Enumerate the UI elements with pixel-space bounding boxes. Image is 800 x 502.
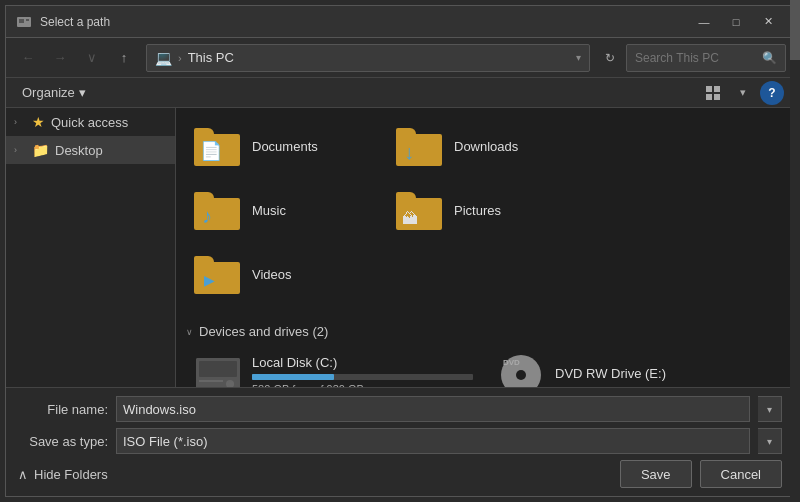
nav-toolbar: ← → ∨ ↑ 💻 › This PC ▾ ↻ 🔍 <box>6 38 794 78</box>
title-bar: Select a path — □ ✕ <box>6 6 794 38</box>
folder-name: Pictures <box>454 203 501 218</box>
drive-name: Local Disk (C:) <box>252 355 473 370</box>
chevron-icon: › <box>14 145 26 155</box>
view-icons: ▾ ? <box>700 81 784 105</box>
svg-rect-7 <box>196 358 240 387</box>
folder-icon-videos <box>194 254 242 294</box>
list-item[interactable]: Videos <box>186 246 380 302</box>
svg-point-12 <box>516 370 526 380</box>
close-button[interactable]: ✕ <box>752 6 784 38</box>
sidebar-item-label: Desktop <box>55 143 103 158</box>
devices-section-header[interactable]: ∨ Devices and drives (2) <box>186 318 784 347</box>
organize-toolbar: Organize ▾ ▾ ? <box>6 78 794 108</box>
folder-icon-downloads <box>396 126 444 166</box>
chevron-icon: › <box>14 117 26 127</box>
save-type-input[interactable] <box>116 428 750 454</box>
folder-icon-pictures <box>396 190 444 230</box>
list-item[interactable]: Pictures <box>388 182 582 238</box>
save-type-row: Save as type: ▾ <box>18 428 782 454</box>
forward-button[interactable]: → <box>46 44 74 72</box>
svg-rect-4 <box>714 86 720 92</box>
drive-usage-bar <box>252 374 473 380</box>
address-path: This PC <box>188 50 234 65</box>
dialog-window: Select a path — □ ✕ ← → ∨ ↑ 💻 › This PC … <box>5 5 795 497</box>
sidebar: › ★ Quick access › 📁 Desktop <box>6 108 176 387</box>
save-type-dropdown-icon[interactable]: ▾ <box>758 428 782 454</box>
dialog-title: Select a path <box>40 15 110 29</box>
hide-folders-chevron-icon: ∧ <box>18 467 28 482</box>
search-input[interactable] <box>635 51 756 65</box>
bottom-actions: ∧ Hide Folders Save Cancel <box>18 460 782 488</box>
view-arrow-icon[interactable]: ▾ <box>730 81 756 105</box>
svg-rect-1 <box>19 19 24 23</box>
save-type-label: Save as type: <box>18 434 108 449</box>
folder-name: Videos <box>252 267 292 282</box>
file-name-input[interactable] <box>116 396 750 422</box>
title-bar-buttons: — □ ✕ <box>688 6 784 38</box>
sidebar-item-quick-access[interactable]: › ★ Quick access <box>6 108 175 136</box>
folder-icon: 📁 <box>32 142 49 158</box>
sidebar-item-label: Quick access <box>51 115 128 130</box>
folder-name: Documents <box>252 139 318 154</box>
drive-info: Local Disk (C:) 582 GB free of 930 GB <box>252 355 473 387</box>
sidebar-item-desktop[interactable]: › 📁 Desktop <box>6 136 175 164</box>
address-dropdown-icon: ▾ <box>576 52 581 63</box>
title-bar-left: Select a path <box>16 14 110 30</box>
folder-icon-music <box>194 190 242 230</box>
address-separator: › <box>178 52 182 64</box>
file-name-label: File name: <box>18 402 108 417</box>
drive-free-space: 582 GB free of 930 GB <box>252 383 473 387</box>
recent-button[interactable]: ∨ <box>78 44 106 72</box>
up-button[interactable]: ↑ <box>110 44 138 72</box>
cancel-button[interactable]: Cancel <box>700 460 782 488</box>
svg-text:DVD: DVD <box>503 358 520 367</box>
drives-grid: Local Disk (C:) 582 GB free of 930 GB <box>186 347 784 387</box>
svg-rect-5 <box>706 94 712 100</box>
svg-rect-10 <box>199 380 223 382</box>
hide-folders-label: Hide Folders <box>34 467 108 482</box>
address-icon: 💻 <box>155 50 172 66</box>
search-bar: 🔍 <box>626 44 786 72</box>
content-area: Documents Downloads <box>176 108 794 387</box>
dvd-icon: DVD <box>497 355 545 387</box>
save-button[interactable]: Save <box>620 460 692 488</box>
list-item[interactable]: DVD DVD RW Drive (E:) <box>489 347 784 387</box>
view-toggle-button[interactable] <box>700 81 726 105</box>
organize-label: Organize <box>22 85 75 100</box>
list-item[interactable]: Music <box>186 182 380 238</box>
svg-rect-8 <box>199 361 237 377</box>
main-area: › ★ Quick access › 📁 Desktop Documents <box>6 108 794 387</box>
address-bar[interactable]: 💻 › This PC ▾ <box>146 44 590 72</box>
drive-name: DVD RW Drive (E:) <box>555 366 776 381</box>
hdd-icon <box>194 355 242 387</box>
devices-section-title: Devices and drives (2) <box>199 324 328 339</box>
folder-icon-documents <box>194 126 242 166</box>
list-item[interactable]: Downloads <box>388 118 582 174</box>
help-button[interactable]: ? <box>760 81 784 105</box>
file-name-row: File name: ▾ <box>18 396 782 422</box>
folders-grid: Documents Downloads <box>186 118 784 302</box>
svg-rect-3 <box>706 86 712 92</box>
devices-chevron-icon: ∨ <box>186 327 193 337</box>
organize-arrow-icon: ▾ <box>79 85 86 100</box>
star-icon: ★ <box>32 114 45 130</box>
drive-info: DVD RW Drive (E:) <box>555 366 776 385</box>
maximize-button[interactable]: □ <box>720 6 752 38</box>
scrollbar-track[interactable] <box>790 108 794 387</box>
list-item[interactable]: Local Disk (C:) 582 GB free of 930 GB <box>186 347 481 387</box>
svg-rect-2 <box>26 19 29 21</box>
folder-name: Music <box>252 203 286 218</box>
organize-button[interactable]: Organize ▾ <box>16 83 92 102</box>
drive-usage-fill <box>252 374 334 380</box>
file-name-dropdown-icon[interactable]: ▾ <box>758 396 782 422</box>
svg-rect-6 <box>714 94 720 100</box>
list-item[interactable]: Documents <box>186 118 380 174</box>
action-buttons: Save Cancel <box>620 460 782 488</box>
dialog-icon <box>16 14 32 30</box>
minimize-button[interactable]: — <box>688 6 720 38</box>
refresh-button[interactable]: ↻ <box>598 46 622 70</box>
back-button[interactable]: ← <box>14 44 42 72</box>
folder-name: Downloads <box>454 139 518 154</box>
search-icon: 🔍 <box>762 51 777 65</box>
hide-folders-button[interactable]: ∧ Hide Folders <box>18 467 108 482</box>
